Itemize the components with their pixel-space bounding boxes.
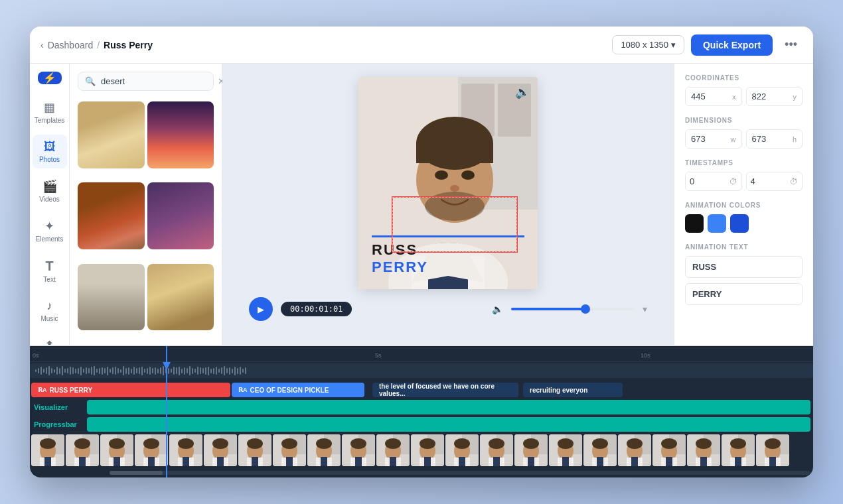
chevron-down-icon[interactable]: ▾ (643, 304, 647, 314)
svg-rect-33 (114, 457, 120, 466)
canvas-wrapper[interactable]: 🔊 RUSS PERRY (358, 77, 538, 289)
media-item-desert-5[interactable] (78, 264, 145, 331)
media-item-desert-6[interactable] (147, 264, 214, 331)
sidebar-item-photos[interactable]: 🖼 Photos (33, 135, 67, 168)
quick-export-button[interactable]: Quick Export (691, 34, 773, 56)
svg-point-31 (109, 438, 125, 449)
sidebar-item-text[interactable]: T Text (33, 253, 67, 288)
visualizer-track[interactable] (87, 400, 810, 414)
name-last: PERRY (372, 259, 524, 276)
ts-end-input[interactable] (747, 172, 791, 190)
coordinates-section: COORDINATES x y (685, 74, 803, 106)
back-icon[interactable]: ‹ (40, 40, 44, 50)
clip-russ-perry[interactable]: ℝA RUSS PERRY (31, 383, 230, 397)
search-input[interactable] (101, 76, 212, 86)
svg-point-109 (558, 438, 574, 449)
svg-rect-51 (217, 457, 224, 466)
color-swatch-blue-mid[interactable] (708, 214, 726, 233)
media-grid (70, 99, 222, 345)
ruler-10s: 10s (641, 352, 651, 359)
videos-icon: 🎬 (42, 179, 57, 194)
animation-colors-section: ANIMATION COLORS (685, 202, 803, 233)
svg-point-97 (489, 438, 504, 449)
resolution-button[interactable]: 1080 x 1350 ▾ (612, 35, 684, 54)
animation-colors-label: ANIMATION COLORS (685, 202, 803, 209)
media-item-desert-1[interactable] (78, 101, 145, 168)
name-overlay: RUSS PERRY (372, 235, 524, 276)
seek-fill (511, 308, 585, 310)
volume-icon[interactable]: 🔈 (492, 304, 503, 314)
media-item-desert-2[interactable] (147, 101, 214, 168)
color-swatch-black[interactable] (685, 214, 704, 233)
svg-rect-129 (666, 457, 672, 466)
sidebar-item-label: Videos (39, 196, 59, 203)
progressbar-track-row: Progressbar (30, 416, 813, 433)
music-icon: ♪ (46, 299, 52, 313)
name-blue-line (372, 235, 524, 237)
dim-h-suffix: h (793, 131, 802, 147)
sidebar-item-label: Elements (36, 235, 64, 243)
media-item-desert-4[interactable] (147, 182, 214, 249)
thumb-item (204, 434, 237, 466)
progressbar-track[interactable] (87, 417, 810, 432)
svg-point-85 (420, 438, 435, 449)
name-first: RUSS (372, 241, 524, 259)
ruler-5s: 5s (375, 352, 382, 359)
dashboard-link[interactable]: Dashboard (48, 40, 94, 50)
app-window: ‹ Dashboard / Russ Perry 1080 x 1350 ▾ Q… (30, 27, 813, 477)
animation-text-line1[interactable] (685, 256, 803, 278)
sidebar-item-label: Templates (35, 117, 65, 124)
coord-x-input[interactable] (686, 88, 732, 105)
svg-point-127 (661, 438, 677, 449)
play-button[interactable]: ▶ (249, 297, 273, 321)
dim-w-input[interactable] (686, 130, 731, 148)
color-swatch-blue-dark[interactable] (730, 214, 749, 233)
clip-quote1[interactable]: the level of focused we have on core val… (372, 383, 518, 397)
svg-rect-27 (79, 457, 86, 466)
thumb-item (652, 434, 686, 466)
thumb-item (445, 434, 479, 466)
svg-point-133 (696, 438, 712, 449)
sidebar-item-elements[interactable]: ✦ Elements (33, 214, 67, 248)
timeline-scrollbar[interactable] (110, 471, 810, 475)
sidebar-item-videos[interactable]: 🎬 Videos (33, 174, 67, 208)
timecode-display: 00:00:01:01 (281, 302, 352, 316)
media-item-desert-3[interactable] (78, 182, 145, 249)
clip-ceo[interactable]: ℝA CEO OF DESIGN PICKLE (232, 383, 364, 397)
timeline-playhead[interactable] (166, 346, 167, 477)
audio-track: // Generate waveform bars inline const w… (30, 363, 813, 378)
svg-rect-87 (424, 457, 431, 466)
clip-quote2[interactable]: recruiting everyon (523, 383, 623, 397)
thumb-item (342, 434, 375, 466)
more-button[interactable]: ••• (779, 35, 803, 54)
sidebar-item-uploads[interactable]: ⬆ Uploads (33, 333, 67, 345)
top-bar: ‹ Dashboard / Russ Perry 1080 x 1350 ▾ Q… (30, 27, 813, 64)
coord-y-field: y (746, 87, 803, 106)
svg-rect-123 (631, 457, 638, 466)
scrollbar-thumb[interactable] (110, 471, 163, 475)
thumb-item (549, 434, 582, 466)
seek-bar[interactable] (511, 308, 635, 310)
sidebar-item-label: Text (43, 276, 55, 283)
animation-text-line2[interactable] (685, 283, 803, 305)
main-layout: ⚡ ▦ Templates 🖼 Photos 🎬 Videos ✦ Elemen… (30, 64, 813, 345)
sidebar-item-label: Photos (39, 156, 60, 163)
coord-y-input[interactable] (747, 88, 793, 105)
svg-point-79 (385, 438, 401, 449)
audio-icon[interactable]: 🔊 (515, 85, 530, 99)
animation-text-label: ANIMATION TEXT (685, 243, 803, 251)
coord-x-field: x (685, 87, 742, 106)
svg-rect-81 (390, 457, 396, 466)
timeline-ruler: 0s 5s 10s (30, 346, 813, 362)
sidebar-item-templates[interactable]: ▦ Templates (33, 95, 67, 129)
svg-point-139 (730, 438, 746, 449)
elements-icon: ✦ (44, 219, 54, 233)
breadcrumb-separator: / (97, 40, 100, 50)
ts-start-input[interactable] (686, 172, 729, 190)
toolbar-actions: 1080 x 1350 ▾ Quick Export ••• (612, 34, 803, 56)
dim-h-input[interactable] (747, 130, 793, 148)
svg-point-49 (212, 438, 228, 449)
sidebar-item-music[interactable]: ♪ Music (33, 294, 67, 328)
svg-point-25 (74, 438, 90, 449)
color-swatches (685, 214, 803, 233)
